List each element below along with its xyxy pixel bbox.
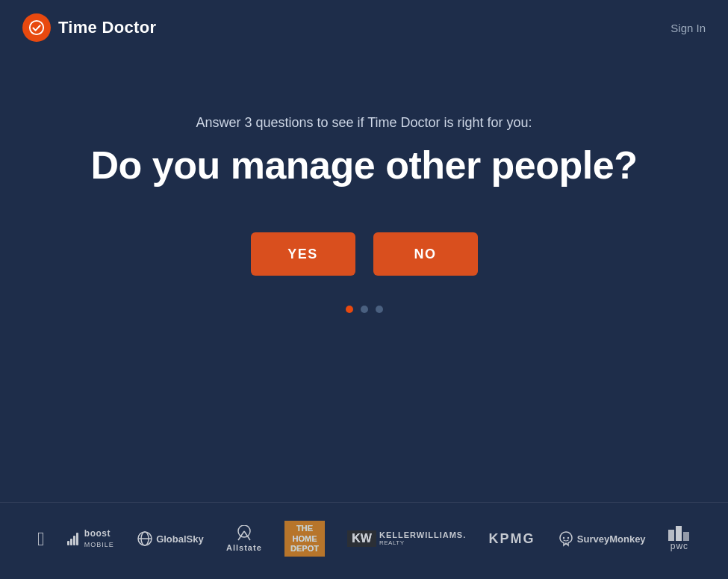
app-name: Time Doctor — [58, 18, 156, 37]
pwc-logo: pwc — [668, 526, 691, 551]
progress-dot-2 — [361, 306, 368, 313]
svg-line-6 — [244, 531, 250, 540]
progress-dot-3 — [376, 306, 383, 313]
svg-point-8 — [567, 537, 569, 539]
kpmg-logo: KPMG — [489, 531, 535, 547]
yes-button[interactable]: YES — [251, 232, 355, 276]
svg-point-0 — [30, 21, 43, 34]
progress-dot-1 — [346, 306, 353, 313]
main-content: Answer 3 questions to see if Time Doctor… — [0, 55, 728, 313]
pwc-building-icon — [668, 526, 691, 541]
svg-rect-10 — [676, 526, 682, 541]
globalsky-logo: GlobalSky — [137, 530, 204, 547]
svg-line-5 — [238, 531, 244, 540]
keller-williams-logo: KW KELLERWILLIAMS. REALTY — [347, 530, 466, 547]
timedoctor-logo-icon — [22, 13, 51, 42]
sign-in-link[interactable]: Sign In — [671, 22, 706, 34]
answer-buttons: YES NO — [251, 232, 478, 276]
no-button[interactable]: NO — [373, 232, 478, 276]
question-title: Do you manage other people? — [91, 143, 638, 188]
header: Time Doctor Sign In — [0, 0, 728, 55]
surveymonkey-icon — [558, 530, 574, 547]
svg-rect-11 — [683, 532, 689, 541]
allstate-logo: Allstate — [226, 525, 262, 552]
apple-logo:  — [37, 529, 45, 548]
surveymonkey-logo: SurveyMonkey — [558, 530, 646, 547]
home-depot-logo: THEHOMEDEPOT — [284, 521, 325, 557]
allstate-icon — [231, 525, 258, 543]
svg-rect-9 — [668, 530, 674, 541]
globalsky-icon — [137, 530, 153, 547]
client-logos-footer:  boostMOBILE GlobalSky Allstate THEH — [0, 502, 728, 579]
svg-point-7 — [563, 537, 564, 539]
logo-area: Time Doctor — [22, 13, 156, 42]
boost-mobile-logo: boostMOBILE — [67, 528, 114, 549]
question-subtitle: Answer 3 questions to see if Time Doctor… — [196, 115, 532, 131]
progress-dots — [346, 306, 383, 313]
